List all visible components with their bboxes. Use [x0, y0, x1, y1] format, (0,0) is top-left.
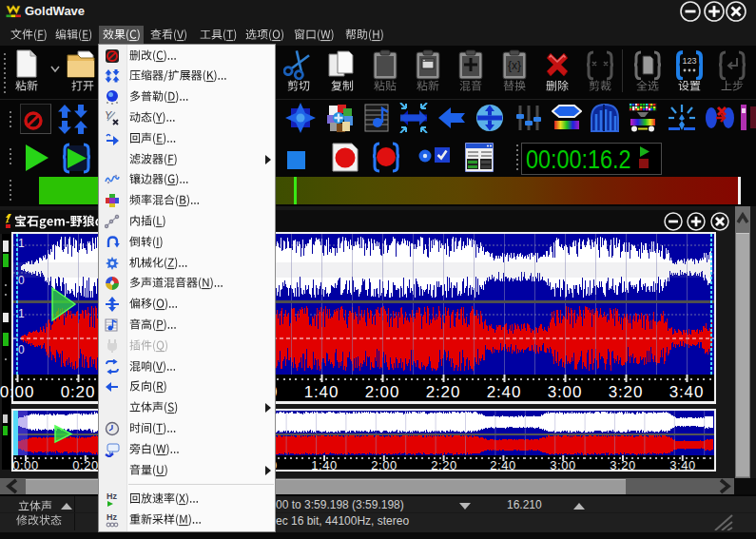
svg-text:123: 123 — [682, 56, 696, 66]
svg-text:Hz: Hz — [107, 512, 117, 522]
svg-text:Hz: Hz — [107, 491, 117, 501]
svg-text:{x}: {x} — [508, 59, 521, 72]
